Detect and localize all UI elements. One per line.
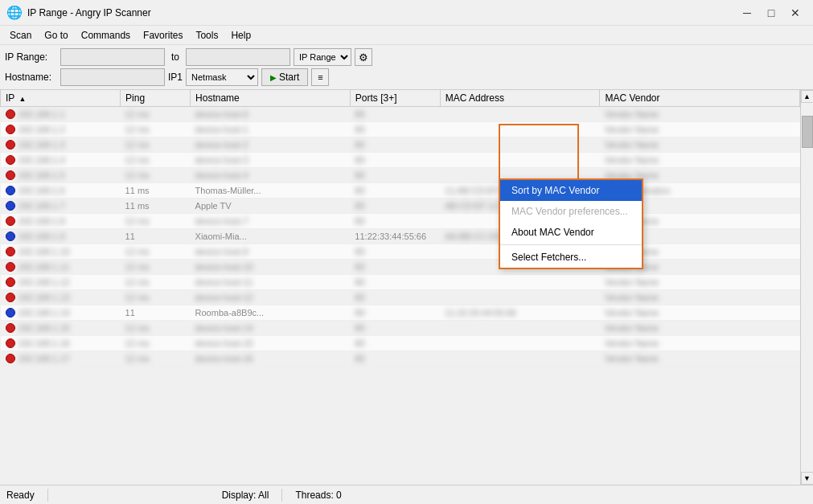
cell-ports: 80 — [350, 305, 440, 321]
menu-scan[interactable]: Scan — [3, 28, 38, 43]
cell-ping: 12 ms — [121, 137, 191, 153]
cell-ports: 80 — [350, 107, 440, 122]
context-menu: Sort by MAC Vendor MAC Vendor preference… — [499, 178, 643, 269]
cell-ports: 80 — [350, 244, 440, 260]
hostname-input[interactable] — [60, 68, 165, 86]
table-row[interactable]: 192.168.1.212 msdevice-host-180Vendor Na… — [1, 122, 800, 137]
status-dot-blue — [6, 201, 15, 211]
hostname-label: Hostname: — [5, 72, 57, 83]
menu-tools[interactable]: Tools — [189, 28, 224, 43]
cell-ports: 80 — [350, 321, 440, 336]
table-row[interactable]: 192.168.1.911Xiaomi-Mia...11:22:33:44:55… — [1, 229, 800, 244]
table-row[interactable]: 192.168.1.1612 msdevice-host-1580Vendor … — [1, 336, 800, 351]
cell-hostname: Roomba-a8B9c... — [191, 305, 351, 321]
cell-ip: 192.168.1.16 — [1, 336, 121, 350]
table-row[interactable]: 192.168.1.112 msdevice-host-080Vendor Na… — [1, 107, 800, 122]
table-row[interactable]: 192.168.1.611 msThomas-Müller...8011:AB:… — [1, 183, 800, 199]
cell-mac — [440, 290, 600, 305]
col-header-ping[interactable]: Ping — [121, 90, 191, 107]
cell-ports: 80 — [350, 122, 440, 137]
menubar: Scan Go to Commands Favorites Tools Help — [0, 26, 813, 45]
maximize-button[interactable]: □ — [760, 5, 782, 21]
table-row[interactable]: 192.168.1.512 msdevice-host-480Vendor Na… — [1, 168, 800, 183]
sort-arrow-ip: ▲ — [18, 95, 26, 103]
cell-ping: 12 ms — [121, 244, 191, 260]
range-type-select[interactable]: IP Range — [294, 48, 351, 66]
cell-ports: 80 — [350, 168, 440, 183]
cell-ping: 12 ms — [121, 107, 191, 122]
minimize-button[interactable]: ─ — [736, 5, 758, 21]
cell-macvendor: Vendor Name — [600, 351, 800, 367]
col-header-mac[interactable]: MAC Address — [440, 90, 600, 107]
status-dot-red — [6, 323, 15, 333]
table-row[interactable]: 192.168.1.312 msdevice-host-280Vendor Na… — [1, 137, 800, 153]
close-button[interactable]: ✕ — [784, 5, 807, 21]
cell-mac — [440, 275, 600, 290]
cell-ip: 192.168.1.9 — [1, 229, 121, 244]
menu-favorites[interactable]: Favorites — [137, 28, 189, 43]
cell-hostname: device-host-9 — [191, 244, 351, 260]
col-header-hostname[interactable]: Hostname — [191, 90, 351, 107]
list-icon-button[interactable]: ≡ — [311, 68, 329, 86]
start-button[interactable]: ▶ Start — [261, 68, 308, 86]
menu-goto[interactable]: Go to — [38, 28, 74, 43]
cell-ip: 192.168.1.12 — [1, 275, 121, 289]
col-header-ports[interactable]: Ports [3+] — [350, 90, 440, 107]
cell-hostname: device-host-1 — [191, 122, 351, 137]
scrollbar-down-button[interactable]: ▼ — [801, 472, 814, 485]
ip-value: 192.168.1.3 — [18, 140, 65, 150]
cell-ip: 192.168.1.17 — [1, 351, 121, 366]
ip-to-input[interactable] — [186, 48, 290, 66]
table-row[interactable]: 192.168.1.711 msApple TV80AB:CD:EF:12:34… — [1, 199, 800, 214]
table-row[interactable]: 192.168.1.1212 msdevice-host-1180Vendor … — [1, 275, 800, 290]
netmask-select[interactable]: Netmask — [186, 68, 258, 86]
cell-ip: 192.168.1.11 — [1, 260, 121, 274]
status-threads: Threads: 0 — [295, 490, 354, 501]
table-row[interactable]: 192.168.1.1512 msdevice-host-1480Vendor … — [1, 321, 800, 336]
cell-mac — [440, 137, 600, 153]
scrollbar-thumb[interactable] — [802, 116, 813, 148]
cell-ping: 11 ms — [121, 199, 191, 214]
cell-mac — [440, 107, 600, 122]
play-icon: ▶ — [270, 73, 277, 82]
cell-ports: 80 — [350, 275, 440, 290]
ip-range-label: IP Range: — [5, 51, 57, 63]
cell-hostname: Apple TV — [191, 199, 351, 214]
table-row[interactable]: 192.168.1.1112 msdevice-host-1080Vendor … — [1, 260, 800, 275]
menu-commands[interactable]: Commands — [75, 28, 137, 43]
ip-from-input[interactable] — [60, 48, 165, 66]
cell-ip: 192.168.1.15 — [1, 321, 121, 335]
context-menu-sort-by-mac[interactable]: Sort by MAC Vendor — [500, 180, 642, 201]
cell-ip: 192.168.1.5 — [1, 168, 121, 182]
cell-ip: 192.168.1.13 — [1, 290, 121, 305]
col-header-ip[interactable]: IP ▲ — [1, 90, 121, 107]
status-divider-1 — [47, 489, 48, 502]
titlebar: 🌐 IP Range - Angry IP Scanner ─ □ ✕ — [0, 0, 813, 26]
cell-hostname: device-host-0 — [191, 107, 351, 122]
table-wrapper[interactable]: IP ▲ Ping Hostname Ports [3+] MAC Addres… — [0, 90, 800, 485]
menu-help[interactable]: Help — [224, 28, 257, 43]
settings-gear-button[interactable]: ⚙ — [355, 48, 372, 66]
cell-macvendor: Vendor Name — [600, 290, 800, 305]
cell-hostname: device-host-2 — [191, 137, 351, 153]
table-row[interactable]: 192.168.1.1012 msdevice-host-980Vendor N… — [1, 244, 800, 260]
table-row[interactable]: 192.168.1.1411Roomba-a8B9c...8011:22:33:… — [1, 305, 800, 321]
cell-ping: 12 ms — [121, 214, 191, 229]
status-dot-blue — [6, 308, 15, 318]
cell-ping: 12 ms — [121, 153, 191, 168]
status-ready: Ready — [6, 490, 47, 501]
table-row[interactable]: 192.168.1.412 msdevice-host-380Vendor Na… — [1, 153, 800, 168]
col-header-macvendor[interactable]: MAC Vendor — [600, 90, 800, 107]
table-row[interactable]: 192.168.1.1312 msdevice-host-1280Vendor … — [1, 290, 800, 305]
table-row[interactable]: 192.168.1.1712 msdevice-host-1680Vendor … — [1, 351, 800, 367]
scrollbar-up-button[interactable]: ▲ — [801, 90, 814, 103]
cell-hostname: device-host-12 — [191, 290, 351, 305]
status-dot-red — [6, 247, 15, 256]
cell-ping: 12 ms — [121, 351, 191, 367]
table-row[interactable]: 192.168.1.812 msdevice-host-780Vendor Na… — [1, 214, 800, 229]
context-menu-select-fetchers[interactable]: Select Fetchers... — [500, 247, 642, 268]
context-menu-about-mac[interactable]: About MAC Vendor — [500, 222, 642, 243]
cell-ping: 12 ms — [121, 122, 191, 137]
cell-hostname: Thomas-Müller... — [191, 183, 351, 199]
cell-ports: 80 — [350, 260, 440, 275]
